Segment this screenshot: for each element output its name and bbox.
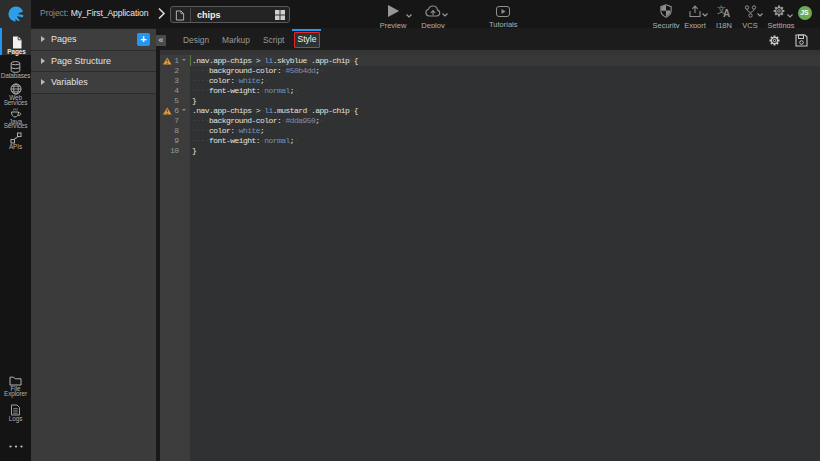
- svg-text:A: A: [723, 8, 730, 18]
